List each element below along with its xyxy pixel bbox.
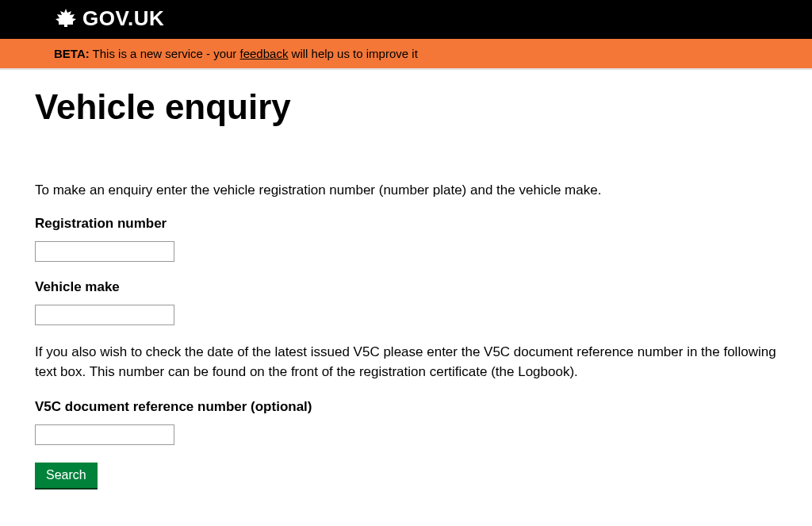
header-inner: GOV.UK	[0, 6, 812, 31]
v5c-reference-input[interactable]	[35, 424, 174, 445]
banner-text-before: This is a new service - your	[90, 47, 240, 60]
beta-banner: BETA: This is a new service - your feedb…	[0, 39, 812, 70]
vehicle-make-label: Vehicle make	[35, 279, 777, 295]
page-title: Vehicle enquiry	[35, 87, 777, 127]
v5c-help-text: If you also wish to check the date of th…	[35, 343, 777, 382]
crown-icon	[54, 7, 78, 31]
registration-number-input[interactable]	[35, 241, 174, 262]
banner-text-after: will help us to improve it	[288, 47, 417, 60]
svg-point-2	[70, 16, 72, 18]
intro-text: To make an enquiry enter the vehicle reg…	[35, 182, 777, 198]
registration-number-label: Registration number	[35, 216, 777, 232]
beta-label: BETA:	[54, 47, 90, 60]
govuk-logo-text[interactable]: GOV.UK	[82, 6, 164, 31]
feedback-link[interactable]: feedback	[240, 47, 289, 60]
vehicle-make-input[interactable]	[35, 305, 174, 325]
main-content: Vehicle enquiry To make an enquiry enter…	[0, 70, 812, 512]
site-header: GOV.UK	[0, 0, 812, 39]
search-button[interactable]: Search	[35, 463, 98, 488]
svg-point-1	[60, 16, 63, 18]
v5c-reference-label: V5C document reference number (optional)	[35, 399, 777, 415]
svg-point-0	[64, 17, 67, 20]
